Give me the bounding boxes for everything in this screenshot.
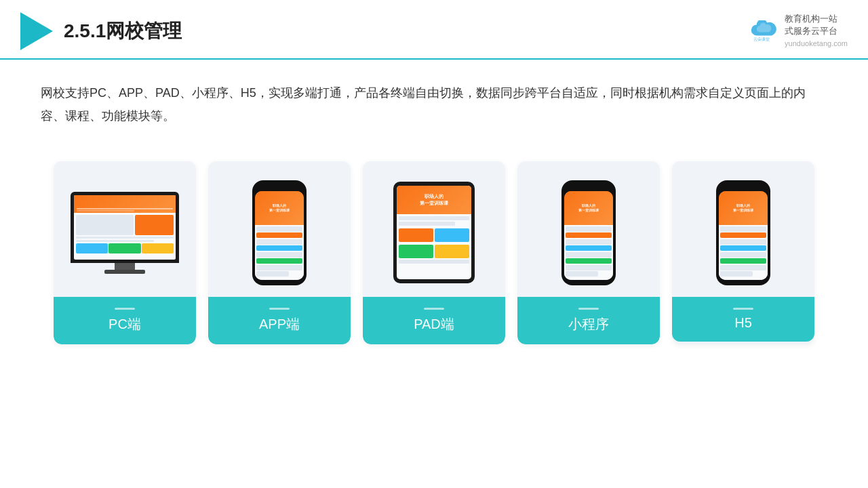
device-phone-mini: 职场人的第一堂训练课 — [561, 180, 616, 285]
card-h5: 职场人的第一堂训练课 H5 — [672, 161, 814, 344]
header-left: 2.5.1网校管理 — [20, 12, 182, 50]
card-pad-image: 职场人的第一堂训练课 — [363, 161, 505, 297]
phone-screen: 职场人的第一堂训练课 — [255, 191, 304, 280]
card-label-bar3 — [424, 308, 444, 310]
brand-tagline: 教育机构一站 式服务云平台 yunduoketang.com — [785, 13, 848, 49]
phone-screen-body2 — [564, 225, 613, 280]
device-phone-h5: 职场人的第一堂训练课 — [716, 180, 770, 285]
card-miniapp: 职场人的第一堂训练课 小程序 — [517, 161, 660, 344]
device-tablet: 职场人的第一堂训练课 — [393, 182, 475, 283]
header-right: 云朵课堂 教育机构一站 式服务云平台 yunduoketang.com — [748, 13, 848, 49]
phone-screen3: 职场人的第一堂训练课 — [719, 191, 768, 280]
cloud-icon: 云朵课堂 — [748, 20, 781, 42]
card-app-label: APP端 — [208, 297, 351, 344]
tablet-screen: 职场人的第一堂训练课 — [397, 186, 471, 279]
card-h5-label: H5 — [672, 297, 814, 342]
phone-notch — [273, 186, 286, 189]
card-pc-label: PC端 — [54, 297, 196, 344]
phone-notch2 — [582, 186, 595, 189]
card-label-bar5 — [733, 308, 753, 310]
phone-screen-body — [255, 225, 304, 280]
card-label-bar2 — [269, 308, 290, 310]
logo-triangle-icon — [20, 12, 53, 50]
phone-screen-body3 — [719, 225, 768, 280]
phone-screen-top3: 职场人的第一堂训练课 — [719, 191, 768, 225]
card-pc: PC端 — [54, 161, 196, 344]
device-phone-app: 职场人的第一堂训练课 — [252, 180, 307, 285]
card-app: 职场人的第一堂训练课 APP端 — [208, 161, 351, 344]
pc-stand — [115, 263, 135, 270]
description-text: 网校支持PC、APP、PAD、小程序、H5，实现多端打通，产品各终端自由切换，数… — [0, 60, 868, 134]
card-pad: 职场人的第一堂训练课 — [363, 161, 505, 344]
phone-screen-top: 职场人的第一堂训练课 — [255, 191, 304, 225]
tablet-screen-body — [397, 214, 471, 266]
pc-base — [104, 270, 145, 274]
pc-monitor — [71, 192, 179, 263]
card-pad-label: PAD端 — [363, 297, 505, 344]
pc-screen — [74, 195, 176, 260]
cards-section: PC端 职场人的第一堂训练课 — [0, 141, 868, 365]
header: 2.5.1网校管理 云朵课堂 教育机构一站 式服务云平台 yunduoketan… — [0, 0, 868, 60]
phone-notch3 — [736, 186, 750, 189]
card-app-image: 职场人的第一堂训练课 — [208, 161, 351, 297]
brand-logo: 云朵课堂 教育机构一站 式服务云平台 yunduoketang.com — [748, 13, 848, 49]
card-label-bar — [115, 308, 135, 310]
phone-screen-top2: 职场人的第一堂训练课 — [564, 191, 613, 225]
card-miniapp-image: 职场人的第一堂训练课 — [517, 161, 660, 297]
card-miniapp-label: 小程序 — [517, 297, 660, 344]
tablet-screen-top: 职场人的第一堂训练课 — [397, 186, 471, 214]
device-pc — [71, 192, 179, 274]
svg-text:云朵课堂: 云朵课堂 — [753, 37, 770, 41]
brand-url: yunduoketang.com — [785, 39, 848, 49]
card-label-bar4 — [578, 308, 599, 310]
page-title: 2.5.1网校管理 — [64, 18, 182, 44]
card-h5-image: 职场人的第一堂训练课 — [672, 161, 814, 297]
card-pc-image — [54, 161, 196, 297]
phone-screen2: 职场人的第一堂训练课 — [564, 191, 613, 280]
